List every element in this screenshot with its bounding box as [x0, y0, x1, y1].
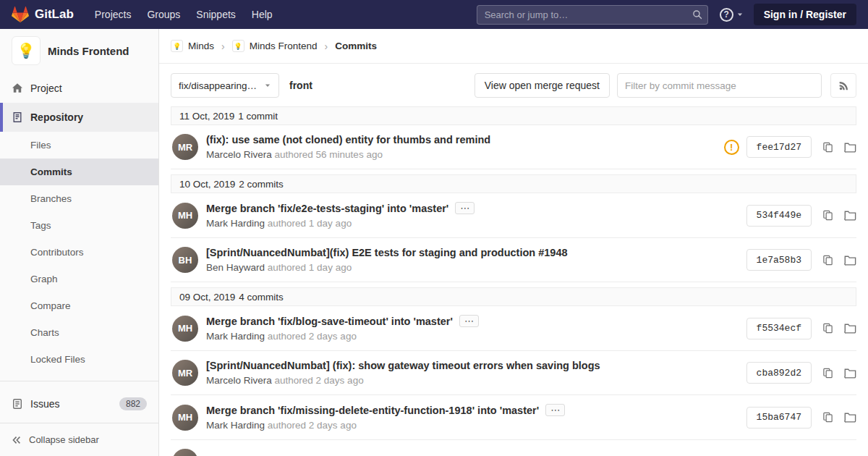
sidebar-item-branches[interactable]: Branches: [0, 185, 158, 212]
commit-title-link[interactable]: [Sprint/NuancedNumbat](fix) E2E tests fo…: [206, 247, 568, 258]
commit-meta: Mark Harding authored 1 day ago: [206, 218, 475, 229]
sidebar-item-locked-files[interactable]: Locked Files: [0, 346, 158, 373]
help-dropdown[interactable]: ?: [720, 8, 744, 22]
commit-title-link[interactable]: (fix): use same (not cloned) entity for …: [206, 134, 490, 145]
commit-sha[interactable]: fee17d27: [746, 136, 812, 158]
sidebar-project-header: 💡 Minds Frontend: [0, 29, 158, 74]
breadcrumb-item-minds-frontend[interactable]: 💡 Minds Frontend: [232, 40, 318, 52]
copy-sha-button[interactable]: [822, 210, 833, 221]
branch-selector-dropdown[interactable]: fix/disappearing-t…: [171, 73, 279, 98]
ref-path-label: front: [289, 80, 312, 91]
pipeline-warning-icon[interactable]: !: [724, 140, 739, 155]
avatar[interactable]: MR: [172, 134, 198, 160]
commit-author-link[interactable]: Mark Harding: [206, 420, 265, 431]
commit-title-link[interactable]: Merge branch 'fix/missing-delete-entity-…: [206, 405, 539, 416]
commit-group: 11 Oct, 2019 1 commit MR (fix): use same…: [171, 106, 856, 169]
toggle-commit-description-button[interactable]: ⋯: [545, 404, 565, 416]
sign-in-button[interactable]: Sign in / Register: [754, 4, 856, 25]
nav-item-groups[interactable]: Groups: [139, 9, 188, 20]
nav-item-help[interactable]: Help: [244, 9, 281, 20]
commit-author-link[interactable]: Marcelo Rivera: [206, 149, 272, 160]
commit-actions: 534f449e: [738, 205, 856, 227]
gitlab-home-link[interactable]: GitLab: [12, 7, 74, 22]
sidebar-item-contributors[interactable]: Contributors: [0, 239, 158, 266]
project-name[interactable]: Minds Frontend: [48, 45, 129, 57]
commit-date: 11 Oct, 2019: [179, 111, 234, 122]
commit-sha[interactable]: cba892d2: [746, 362, 812, 384]
sidebar-item-compare[interactable]: Compare: [0, 292, 158, 319]
commit-list: 11 Oct, 2019 1 commit MR (fix): use same…: [159, 106, 868, 456]
commit-title-link[interactable]: Merge branch 'fix/e2e-tests-staging' int…: [206, 203, 448, 214]
view-open-merge-request-button[interactable]: View open merge request: [475, 73, 610, 98]
copy-sha-button[interactable]: [822, 323, 833, 334]
commit-actions: 15ba6747: [738, 407, 856, 428]
copy-sha-button[interactable]: [822, 368, 833, 379]
browse-files-button[interactable]: [844, 323, 856, 334]
commit-row: MH Merge branch 'fix/e2e-tests-staging' …: [171, 193, 856, 238]
commit-info: [Sprint/NuancedNumbat] (fix): show gatew…: [206, 360, 600, 386]
nav-item-snippets[interactable]: Snippets: [188, 9, 243, 20]
commit-authored-text: authored 2 days ago: [268, 420, 357, 431]
chevron-right-icon: ›: [221, 41, 225, 52]
sidebar-item-graph[interactable]: Graph: [0, 266, 158, 292]
commit-title-link[interactable]: [Sprint/NuancedNumbat] (fix): show gatew…: [206, 360, 600, 371]
avatar[interactable]: MH: [172, 316, 198, 342]
avatar[interactable]: MR: [172, 360, 198, 386]
commit-count: 1 commit: [238, 111, 278, 122]
commit-group: 10 Oct, 2019 2 commits MH Merge branch '…: [171, 174, 856, 282]
collapse-sidebar-button[interactable]: Collapse sidebar: [0, 423, 158, 456]
sidebar-item-tags[interactable]: Tags: [0, 212, 158, 239]
commit-sha[interactable]: f5534ecf: [746, 318, 812, 339]
commit-meta: Ben Hayward authored 1 day ago: [206, 262, 568, 273]
commit-author-link[interactable]: Marcelo Rivera: [206, 375, 272, 386]
brand-name: GitLab: [35, 7, 74, 22]
filter-commit-message-input[interactable]: [617, 73, 822, 98]
commit-title-link[interactable]: Merge branch 'fix/blog-save-timeout' int…: [206, 316, 453, 327]
commit-authored-text: authored 2 days ago: [268, 331, 357, 342]
breadcrumb-item-commits: Commits: [335, 41, 377, 51]
rss-feed-button[interactable]: [830, 73, 856, 98]
sidebar-item-issues[interactable]: Issues 882: [0, 389, 158, 418]
toggle-commit-description-button[interactable]: ⋯: [455, 202, 475, 214]
sidebar-item-charts[interactable]: Charts: [0, 319, 158, 346]
commit-date-header: 10 Oct, 2019 2 commits: [171, 174, 856, 193]
toggle-commit-description-button[interactable]: ⋯: [459, 315, 479, 327]
commit-date-header: 09 Oct, 2019 4 commits: [171, 287, 856, 306]
commit-sha[interactable]: 1e7a58b3: [746, 249, 812, 271]
sidebar-item-files[interactable]: Files: [0, 132, 158, 159]
commit-author-link[interactable]: Mark Harding: [206, 218, 265, 229]
commit-sha[interactable]: 15ba6747: [746, 407, 812, 428]
nav-item-projects[interactable]: Projects: [87, 9, 140, 20]
commit-date-header: 11 Oct, 2019 1 commit: [171, 106, 856, 125]
breadcrumb-item-minds[interactable]: 💡 Minds: [171, 40, 214, 52]
avatar[interactable]: MH: [172, 203, 198, 229]
browse-files-button[interactable]: [844, 255, 856, 266]
search-input[interactable]: [477, 5, 708, 25]
browse-files-button[interactable]: [844, 412, 856, 423]
commit-meta: Marcelo Rivera authored 2 days ago: [206, 375, 600, 386]
commit-info: Merge branch 'fix/e2e-tests-staging' int…: [206, 202, 475, 229]
project-avatar[interactable]: 💡: [12, 36, 41, 65]
commit-actions: cba892d2: [738, 362, 856, 384]
copy-sha-button[interactable]: [822, 412, 833, 423]
avatar[interactable]: BH: [172, 247, 198, 273]
commit-author-link[interactable]: Mark Harding: [206, 331, 265, 342]
sidebar-item-repository[interactable]: Repository: [0, 103, 158, 132]
commit-authored-text: authored 1 day ago: [268, 262, 352, 273]
commit-sha[interactable]: 534f449e: [746, 205, 812, 227]
commit-meta: Marcelo Rivera authored 56 minutes ago: [206, 149, 490, 160]
repository-icon: [12, 111, 23, 123]
sidebar-item-project[interactable]: Project: [0, 74, 158, 103]
copy-sha-button[interactable]: [822, 142, 833, 153]
sidebar-item-label: Repository: [30, 111, 83, 123]
sidebar-nav: Project Repository Files Commits Branche…: [0, 74, 158, 418]
avatar[interactable]: MH: [172, 405, 198, 431]
commit-count: 2 commits: [239, 179, 284, 190]
avatar[interactable]: [172, 449, 198, 456]
browse-files-button[interactable]: [844, 210, 856, 221]
sidebar-item-commits[interactable]: Commits: [0, 159, 158, 185]
browse-files-button[interactable]: [844, 368, 856, 379]
browse-files-button[interactable]: [844, 142, 856, 153]
copy-sha-button[interactable]: [822, 255, 833, 266]
commit-author-link[interactable]: Ben Hayward: [206, 262, 265, 273]
